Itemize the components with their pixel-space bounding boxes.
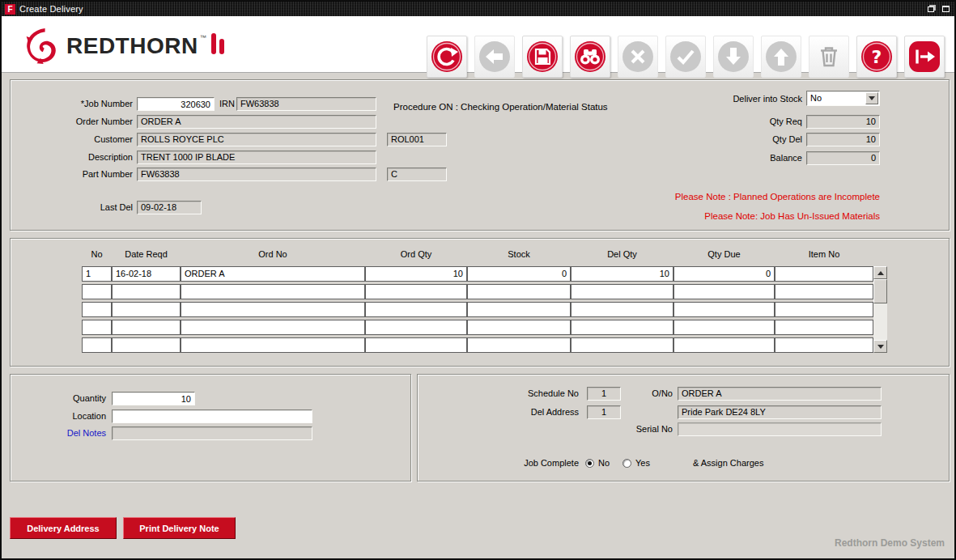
table-cell[interactable]: 10: [365, 266, 467, 282]
table-cell[interactable]: [775, 284, 873, 299]
table-cell[interactable]: [467, 320, 571, 335]
table-cell[interactable]: [365, 320, 467, 335]
table-cell[interactable]: 1: [82, 266, 112, 282]
maximize-window-icon[interactable]: [941, 4, 951, 14]
deliver-into-stock-select[interactable]: No: [806, 91, 880, 106]
print-delivery-note-button[interactable]: Print Delivery Note: [123, 517, 236, 539]
scroll-track[interactable]: [873, 279, 887, 340]
restore-window-icon[interactable]: [925, 4, 936, 14]
table-row[interactable]: [82, 320, 873, 335]
job-number-input[interactable]: [137, 97, 215, 111]
schedule-no-field[interactable]: 1: [587, 387, 621, 401]
table-cell[interactable]: [571, 284, 673, 299]
customer-code-field[interactable]: ROL001: [387, 133, 447, 146]
order-number-field[interactable]: ORDER A: [137, 115, 376, 129]
table-cell[interactable]: [365, 337, 467, 353]
del-notes-link[interactable]: Del Notes: [11, 426, 106, 440]
part-rev-field[interactable]: C: [387, 168, 447, 181]
table-row[interactable]: [82, 284, 873, 299]
location-label: Location: [11, 409, 106, 423]
help-button[interactable]: ?: [856, 36, 897, 78]
location-input[interactable]: [112, 409, 312, 423]
table-row[interactable]: [82, 302, 873, 317]
order-number-label: Order Number: [11, 115, 133, 129]
table-cell[interactable]: [181, 337, 365, 353]
balance-field[interactable]: 0: [806, 151, 880, 165]
grid-scrollbar[interactable]: [873, 266, 887, 353]
table-row[interactable]: [82, 337, 873, 353]
table-row[interactable]: 116-02-18ORDER A100100: [82, 266, 873, 282]
job-complete-yes-radio[interactable]: [622, 459, 631, 468]
move-up-button[interactable]: [761, 36, 801, 78]
table-cell[interactable]: [365, 302, 467, 317]
move-down-button[interactable]: [713, 36, 754, 78]
irn-field[interactable]: FW63838: [236, 97, 376, 111]
del-notes-field[interactable]: [112, 426, 312, 440]
table-cell[interactable]: [571, 320, 673, 335]
table-cell[interactable]: [82, 320, 112, 335]
grid-body: 116-02-18ORDER A100100: [82, 266, 873, 355]
table-cell[interactable]: [571, 337, 673, 353]
o-no-label: O/No: [624, 387, 673, 401]
table-cell[interactable]: [775, 337, 873, 353]
delivery-address-button[interactable]: Delivery Address: [10, 517, 117, 539]
scroll-up-button[interactable]: [873, 266, 887, 279]
job-complete-no-option[interactable]: No: [598, 456, 610, 470]
table-cell[interactable]: [673, 320, 775, 335]
chevron-down-icon[interactable]: [865, 92, 878, 104]
table-cell[interactable]: 16-02-18: [112, 266, 181, 282]
table-cell[interactable]: 0: [673, 266, 775, 282]
quantity-input[interactable]: [112, 392, 195, 405]
col-header-item-no: Item No: [775, 248, 873, 260]
table-cell[interactable]: [112, 302, 181, 317]
scroll-down-button[interactable]: [873, 340, 887, 353]
cancel-button[interactable]: [618, 36, 658, 78]
table-cell[interactable]: [673, 302, 775, 317]
table-cell[interactable]: [82, 302, 112, 317]
table-cell[interactable]: [571, 302, 673, 317]
table-cell[interactable]: [467, 284, 571, 299]
table-cell[interactable]: [673, 284, 775, 299]
table-cell[interactable]: [181, 302, 365, 317]
exit-button[interactable]: [904, 36, 945, 78]
delete-button[interactable]: [809, 36, 849, 78]
confirm-button[interactable]: [665, 36, 706, 78]
customer-field[interactable]: ROLLS ROYCE PLC: [137, 133, 376, 146]
job-complete-yes-option[interactable]: Yes: [635, 456, 650, 470]
job-complete-no-radio[interactable]: [585, 459, 594, 468]
last-del-field[interactable]: 09-02-18: [137, 201, 202, 214]
table-cell[interactable]: ORDER A: [181, 266, 365, 282]
part-number-field[interactable]: FW63838: [137, 168, 376, 181]
del-address-text-field[interactable]: Pride Park DE24 8LY: [678, 405, 882, 419]
table-cell[interactable]: 10: [571, 266, 673, 282]
scroll-thumb[interactable]: [873, 279, 887, 303]
save-button[interactable]: [522, 36, 563, 78]
table-cell[interactable]: [82, 284, 112, 299]
table-cell[interactable]: [775, 302, 873, 317]
titlebar[interactable]: F Create Delivery: [2, 2, 954, 16]
serial-no-field[interactable]: [678, 422, 882, 436]
scroll-up-icon: [877, 271, 884, 275]
table-cell[interactable]: [181, 320, 365, 335]
qty-del-field[interactable]: 10: [806, 133, 880, 146]
refresh-button[interactable]: [427, 36, 467, 78]
back-button[interactable]: [474, 36, 515, 78]
table-cell[interactable]: [181, 284, 365, 299]
up-arrow-icon: [765, 40, 797, 73]
find-button[interactable]: [570, 36, 610, 78]
table-cell[interactable]: [112, 284, 181, 299]
description-field[interactable]: TRENT 1000 IP BLADE: [137, 151, 376, 164]
table-cell[interactable]: [673, 337, 775, 353]
table-cell[interactable]: [775, 320, 873, 335]
table-cell[interactable]: [112, 320, 181, 335]
table-cell[interactable]: 0: [467, 266, 571, 282]
table-cell[interactable]: [82, 337, 112, 353]
table-cell[interactable]: [112, 337, 181, 353]
table-cell[interactable]: [467, 302, 571, 317]
table-cell[interactable]: [467, 337, 571, 353]
o-no-field[interactable]: ORDER A: [678, 387, 882, 401]
table-cell[interactable]: [365, 284, 467, 299]
table-cell[interactable]: [775, 266, 873, 282]
del-address-no-field[interactable]: 1: [587, 405, 621, 419]
qty-req-field[interactable]: 10: [806, 115, 880, 129]
